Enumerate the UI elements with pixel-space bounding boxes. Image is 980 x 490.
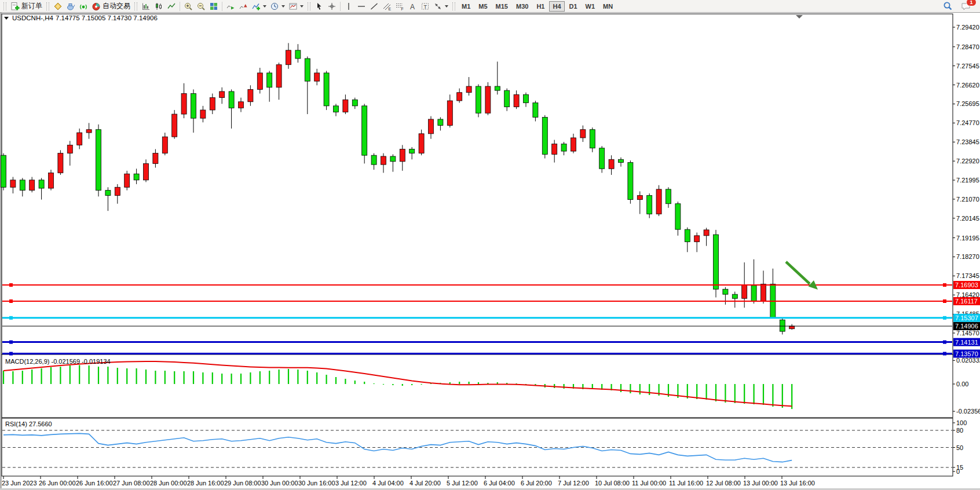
gold-diamond-button[interactable] bbox=[52, 1, 64, 12]
signal-icon bbox=[79, 2, 88, 11]
candle-body bbox=[324, 73, 329, 106]
candle-body bbox=[751, 286, 756, 302]
hline-handle[interactable] bbox=[9, 299, 13, 303]
line-chart-icon bbox=[167, 2, 176, 11]
candlestick-chart-button[interactable] bbox=[152, 1, 165, 12]
bar-chart-icon bbox=[141, 2, 151, 11]
templates-button[interactable] bbox=[287, 1, 305, 12]
signal-button[interactable] bbox=[77, 1, 90, 12]
timeframe-button-W1[interactable]: W1 bbox=[582, 1, 599, 12]
trendline-button[interactable] bbox=[368, 1, 381, 12]
timeframe-button-H1[interactable]: H1 bbox=[533, 1, 548, 12]
zoom-out-icon bbox=[196, 2, 206, 11]
hline-handle[interactable] bbox=[943, 316, 946, 320]
autotrading-icon bbox=[92, 2, 101, 11]
candle-body bbox=[105, 191, 111, 196]
candle-body bbox=[191, 93, 196, 118]
candle-body bbox=[172, 114, 177, 137]
bar-chart-button[interactable] bbox=[140, 1, 152, 12]
auto-scroll-button[interactable] bbox=[224, 1, 237, 12]
auto-trading-label: 自动交易 bbox=[103, 1, 130, 11]
chevron-down-icon bbox=[281, 5, 285, 8]
time-label: 12 Jul 08:00 bbox=[706, 480, 741, 487]
candle-body bbox=[381, 156, 386, 164]
indicators-button[interactable] bbox=[250, 1, 268, 12]
candle-body bbox=[67, 145, 72, 153]
candle-body bbox=[542, 117, 547, 154]
timeframe-toolbar: M1M5M15M30H1H4D1W1MN bbox=[458, 1, 617, 12]
candle-body bbox=[10, 180, 16, 187]
candle-body bbox=[666, 189, 671, 204]
hline-handle[interactable] bbox=[943, 283, 946, 287]
notifications-button[interactable]: 1 bbox=[959, 1, 973, 12]
price-tick-label: 7.19195 bbox=[956, 235, 979, 242]
toolbar-separator bbox=[340, 2, 341, 11]
candlestick-chart-icon bbox=[154, 2, 163, 11]
hline-handle[interactable] bbox=[9, 352, 13, 356]
hline-handle[interactable] bbox=[943, 352, 946, 356]
candle-body bbox=[504, 90, 510, 107]
new-order-button[interactable]: 新订单 bbox=[9, 1, 44, 12]
periods-button[interactable] bbox=[268, 1, 287, 12]
price-tick-label: 7.23845 bbox=[956, 138, 979, 145]
rsi-tick-label: 50 bbox=[956, 444, 963, 451]
hline-handle[interactable] bbox=[943, 299, 946, 303]
new-order-label: 新订单 bbox=[21, 1, 42, 11]
chart-ohlc-values: 7.14775 7.15005 7.14730 7.14906 bbox=[56, 14, 158, 21]
price-label-box-7.15307: 7.15307 bbox=[953, 314, 980, 322]
timeframe-button-M30[interactable]: M30 bbox=[513, 1, 532, 12]
candle-body bbox=[628, 163, 633, 200]
fibonacci-button[interactable]: F bbox=[393, 1, 406, 12]
timeframe-button-M15[interactable]: M15 bbox=[492, 1, 511, 12]
candle-body bbox=[334, 106, 339, 112]
candle-body bbox=[134, 174, 139, 180]
candle-body bbox=[153, 153, 158, 164]
chart-area[interactable]: 7.294207.284707.275457.266207.256957.247… bbox=[0, 13, 980, 490]
hline-handle[interactable] bbox=[9, 341, 13, 344]
vertical-line-button[interactable] bbox=[342, 1, 355, 12]
time-label: 30 Jun 00:00 bbox=[261, 480, 298, 487]
candle-body bbox=[248, 89, 253, 101]
hline-handle[interactable] bbox=[943, 341, 946, 344]
zoom-in-button[interactable] bbox=[182, 1, 195, 12]
macd-tick-label: 0.00 bbox=[956, 381, 968, 387]
zoom-out-button[interactable] bbox=[195, 1, 207, 12]
blue-jug-icon bbox=[66, 2, 75, 11]
hline-handle[interactable] bbox=[9, 316, 13, 320]
chart-shift-button[interactable] bbox=[237, 1, 250, 12]
time-label: 29 Jun 08:00 bbox=[224, 480, 261, 487]
timeframe-button-M5[interactable]: M5 bbox=[475, 1, 491, 12]
blue-jug-button[interactable] bbox=[64, 1, 77, 12]
chart-symbol-title: USDCNH-,H4 bbox=[12, 14, 54, 21]
equidistant-channel-button[interactable]: E bbox=[381, 1, 393, 12]
candle-body bbox=[1, 155, 6, 187]
text-label-button[interactable]: T bbox=[419, 1, 432, 12]
candle-body bbox=[694, 236, 700, 242]
auto-trading-button[interactable]: 自动交易 bbox=[90, 1, 132, 12]
tile-windows-icon bbox=[209, 2, 218, 11]
crosshair-button[interactable] bbox=[326, 1, 338, 12]
price-tick-label: 7.21070 bbox=[956, 196, 979, 203]
timeframe-button-MN[interactable]: MN bbox=[599, 1, 616, 12]
time-label: 4 Jul 04:00 bbox=[372, 480, 404, 487]
candle-body bbox=[362, 106, 367, 155]
arrows-button[interactable] bbox=[432, 1, 450, 12]
svg-text:F: F bbox=[401, 7, 404, 11]
candle-body bbox=[144, 163, 149, 180]
timeframe-button-M1[interactable]: M1 bbox=[458, 1, 474, 12]
text-button[interactable]: A bbox=[406, 1, 419, 12]
tile-windows-button[interactable] bbox=[207, 1, 220, 12]
hline-handle[interactable] bbox=[9, 283, 13, 287]
time-label: 26 Jun 00:00 bbox=[39, 480, 76, 487]
horizontal-line-button[interactable] bbox=[355, 1, 368, 12]
search-button[interactable] bbox=[941, 1, 955, 12]
candle-body bbox=[77, 133, 82, 145]
cursor-button[interactable] bbox=[313, 1, 326, 12]
zoom-in-icon bbox=[184, 2, 193, 11]
toolbar-separator bbox=[180, 2, 180, 11]
line-chart-button[interactable] bbox=[165, 1, 178, 12]
timeframe-button-H4[interactable]: H4 bbox=[549, 1, 564, 12]
price-tick-label: 7.18270 bbox=[956, 253, 979, 260]
candle-body bbox=[533, 103, 538, 117]
timeframe-button-D1[interactable]: D1 bbox=[566, 1, 581, 12]
